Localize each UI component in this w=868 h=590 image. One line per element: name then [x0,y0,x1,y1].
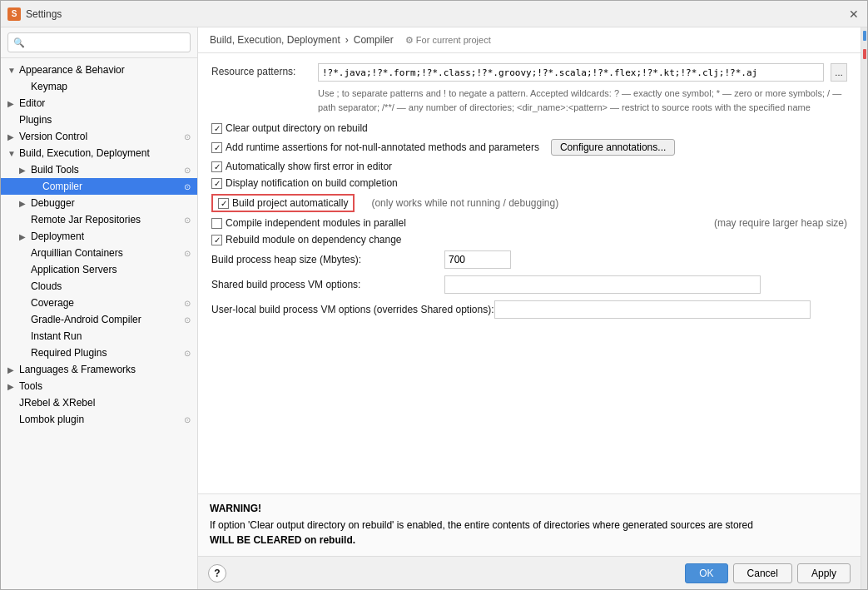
edge-marker-1 [863,31,866,41]
compile-parallel-note: (may require larger heap size) [714,217,847,229]
sidebar-item-clouds[interactable]: Clouds [1,278,197,295]
sidebar-item-label: Compiler [42,181,181,192]
show-first-error-label: Automatically show first error in editor [226,161,392,172]
sidebar-item-debugger[interactable]: ▶ Debugger [1,195,197,211]
sidebar-item-compiler[interactable]: Compiler ⊙ [1,178,197,195]
compile-parallel-row: Compile independent modules in parallel … [211,217,847,229]
heap-size-input[interactable] [444,250,511,269]
search-input-container[interactable]: 🔍 [7,32,191,52]
sidebar-item-label: Deployment [31,231,191,242]
sidebar-item-arquillian[interactable]: Arquillian Containers ⊙ [1,245,197,261]
sidebar-item-label: Tools [19,380,191,392]
runtime-assertions-row: Add runtime assertions for not-null-anno… [211,139,847,156]
clear-output-checkbox[interactable] [211,123,222,134]
sidebar-item-keymap[interactable]: Keymap [1,78,197,95]
resource-patterns-input[interactable] [318,63,824,82]
window-title: Settings [26,8,62,20]
sidebar-item-lombok[interactable]: Lombok plugin ⊙ [1,411,197,428]
sidebar-item-build-exec-deploy[interactable]: ▼ Build, Execution, Deployment [1,145,197,161]
edge-marker-2 [863,49,866,59]
sidebar-item-editor[interactable]: ▶ Editor [1,95,197,112]
breadcrumb-current: Compiler [354,34,394,46]
sidebar-item-app-servers[interactable]: Application Servers [1,261,197,278]
for-current-project[interactable]: ⚙ For current project [405,35,491,46]
display-notification-label: Display notification on build completion [226,177,398,189]
item-badge: ⊙ [184,349,191,358]
shared-vm-row: Shared build process VM options: [211,275,847,294]
sidebar-item-label: Lombok plugin [19,414,181,425]
sidebar-item-label: Editor [19,97,191,109]
app-icon: S [7,7,21,21]
display-notification-checkbox[interactable] [211,178,222,189]
sidebar-item-gradle-android[interactable]: Gradle-Android Compiler ⊙ [1,311,197,328]
user-local-vm-row: User-local build process VM options (ove… [211,300,847,319]
expand-arrow: ▼ [7,149,19,158]
action-buttons: OK Cancel Apply [685,563,851,583]
settings-tree: ▼ Appearance & Behavior Keymap ▶ Editor … [1,58,197,589]
expand-arrow: ▼ [7,66,19,75]
rebuild-module-row: Rebuild module on dependency change [211,234,847,245]
help-button[interactable]: ? [208,564,226,583]
right-panel: Build, Execution, Deployment › Compiler … [198,27,861,589]
resource-patterns-expand-button[interactable]: … [831,63,847,82]
sidebar-item-plugins[interactable]: Plugins [1,112,197,128]
sidebar-item-label: Appearance & Behavior [19,64,191,76]
show-first-error-checkbox[interactable] [211,161,222,172]
expand-arrow: ▶ [19,232,31,241]
expand-arrow: ▶ [19,166,31,175]
settings-window: S Settings ✕ 🔍 ▼ Appearance & Behavior [0,0,868,590]
rebuild-module-label: Rebuild module on dependency change [226,234,402,245]
sidebar-item-languages[interactable]: ▶ Languages & Frameworks [1,361,197,378]
sidebar-item-version-control[interactable]: ▶ Version Control ⊙ [1,128,197,145]
resource-patterns-row: Resource patterns: … [211,63,847,82]
sidebar-item-label: Clouds [31,280,191,292]
expand-arrow: ▶ [19,199,31,208]
cancel-button[interactable]: Cancel [733,563,792,583]
item-badge: ⊙ [184,132,191,141]
sidebar-item-label: Instant Run [31,330,191,342]
sidebar-item-label: Coverage [31,297,181,309]
shared-vm-input[interactable] [444,275,761,294]
warning-text: If option 'Clear output directory on reb… [210,518,849,548]
sidebar-item-appearance[interactable]: ▼ Appearance & Behavior [1,62,197,78]
ok-button[interactable]: OK [685,563,727,583]
sidebar-item-tools[interactable]: ▶ Tools [1,378,197,394]
sidebar-item-build-tools[interactable]: ▶ Build Tools ⊙ [1,161,197,178]
compile-parallel-checkbox[interactable] [211,218,222,229]
main-content: 🔍 ▼ Appearance & Behavior Keymap ▶ [1,27,867,589]
sidebar-item-deployment[interactable]: ▶ Deployment [1,228,197,245]
expand-arrow: ▶ [7,365,19,374]
expand-arrow: ▶ [7,99,19,108]
sidebar-item-label: Keymap [31,81,191,92]
display-notification-row: Display notification on build completion [211,177,847,189]
item-badge: ⊙ [184,315,191,325]
build-auto-checkbox[interactable] [218,198,229,209]
sidebar-item-instant-run[interactable]: Instant Run [1,328,197,345]
breadcrumb-separator: › [345,34,349,46]
breadcrumb-path: Build, Execution, Deployment [210,34,340,46]
runtime-assertions-checkbox[interactable] [211,142,222,153]
close-button[interactable]: ✕ [847,7,861,21]
bottom-bar: ? OK Cancel Apply [198,556,861,589]
warning-title: WARNING! [210,503,849,514]
sidebar-item-coverage[interactable]: Coverage ⊙ [1,295,197,311]
search-box: 🔍 [1,27,197,58]
sidebar-item-jrebel[interactable]: JRebel & XRebel [1,394,197,411]
item-badge: ⊙ [184,299,191,308]
sidebar-item-required-plugins[interactable]: Required Plugins ⊙ [1,345,197,361]
user-local-vm-input[interactable] [494,300,811,319]
item-badge: ⊙ [184,166,191,175]
configure-annotations-button[interactable]: Configure annotations... [551,139,675,156]
runtime-assertions-label: Add runtime assertions for not-null-anno… [226,141,539,153]
clear-output-row: Clear output directory on rebuild [211,122,847,134]
rebuild-module-checkbox[interactable] [211,235,222,245]
heap-size-label: Build process heap size (Mbytes): [211,254,444,265]
sidebar-item-label: Application Servers [31,264,191,275]
warning-text-part2: WILL BE CLEARED on rebuild. [210,534,355,546]
user-local-vm-label: User-local build process VM options (ove… [211,304,494,315]
apply-button[interactable]: Apply [797,563,851,583]
sidebar-item-remote-jar[interactable]: Remote Jar Repositories ⊙ [1,211,197,228]
search-field[interactable] [28,37,185,48]
right-edge-panel [861,27,867,589]
breadcrumb: Build, Execution, Deployment › Compiler … [198,27,861,53]
